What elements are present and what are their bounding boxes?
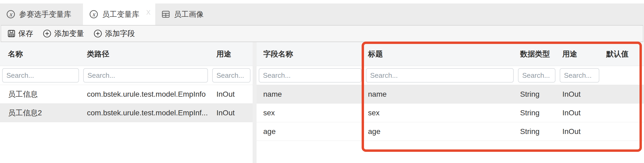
cell-data-type: String [516,90,558,99]
column-header-act-type: 用途 [210,49,253,59]
field-name-search-input[interactable] [259,68,362,83]
table-row-variable-empinfo[interactable]: 员工信息 com.bstek.urule.test.model.EmpInfo … [0,85,253,104]
table-row-field-sex[interactable]: sex sex String InOut [257,104,644,122]
add-variable-button[interactable]: 添加变量 [43,28,84,39]
save-button[interactable]: 保存 [7,28,33,39]
table-row-field-name[interactable]: name name String InOut [257,85,644,104]
cell-field-name: age [257,127,364,136]
column-header-data-type: 数据类型 [516,49,558,59]
add-field-label: 添加字段 [105,28,135,39]
cell-data-type: String [516,127,558,136]
field-table-panel: 字段名称 标题 数据类型 用途 默认值 name name String InO… [257,42,644,163]
column-header-field-name: 字段名称 [257,49,364,59]
tab-label: 员工画像 [174,9,204,19]
table-row-variable-empinfo2[interactable]: 员工信息2 com.bstek.urule.test.model.EmpInf.… [0,104,253,122]
column-header-title: 标题 [364,49,516,59]
field-table-header: 字段名称 标题 数据类型 用途 默认值 [257,42,644,66]
cell-title: name [364,90,516,99]
cell-act-type: InOut [558,90,601,99]
cell-class-path: com.bstek.urule.test.model.EmpInfo [81,90,210,99]
name-search-input[interactable] [2,68,79,83]
class-path-search-input[interactable] [83,68,208,83]
tab-bar: x 参赛选手变量库 x 员工变量库 X [0,3,644,25]
cell-data-type: String [516,109,558,117]
svg-text:x: x [92,11,96,18]
cell-act-type: InOut [558,127,601,136]
variable-table-panel: 名称 类路径 用途 员工信息 com.bstek.urule.test.mode… [0,42,253,163]
tab-close-icon[interactable]: X [146,9,150,16]
toolbar: 保存 添加变量 添加字段 [1,25,643,42]
tab-employee-variable-library[interactable]: x 员工变量库 X [83,3,155,25]
table-grid-icon [162,10,170,18]
cell-field-name: name [257,90,364,99]
cell-title: age [364,127,516,136]
variable-table-header: 名称 类路径 用途 [0,42,253,66]
cell-name: 员工信息2 [0,108,81,118]
plus-circle-icon [94,29,102,38]
add-variable-label: 添加变量 [54,28,84,39]
tab-label: 参赛选手变量库 [19,9,71,19]
save-icon [7,30,15,38]
cell-act-type: InOut [210,90,253,99]
svg-text:x: x [9,11,13,18]
cell-class-path: com.bstek.urule.test.model.EmpInf... [81,109,210,117]
cell-act-type: InOut [210,109,253,117]
field-table-filter-row [257,66,644,85]
cell-field-name: sex [257,109,364,117]
save-label: 保存 [18,28,33,39]
cell-name: 员工信息 [0,89,81,99]
column-header-default-value: 默认值 [601,49,644,59]
cell-act-type: InOut [558,109,601,117]
variable-table-filter-row [0,66,253,85]
tab-employee-profile[interactable]: 员工画像 [155,3,215,25]
cell-title: sex [364,109,516,117]
column-header-class-path: 类路径 [81,49,210,59]
data-type-search-input[interactable] [518,68,555,83]
variable-circle-x-icon: x [6,10,15,19]
tab-label: 员工变量库 [102,9,139,19]
tab-contestant-variable-library[interactable]: x 参赛选手变量库 [0,3,83,25]
table-row-field-age[interactable]: age age String InOut [257,122,644,141]
variable-circle-x-icon: x [89,10,98,19]
field-act-type-search-input[interactable] [560,68,599,83]
plus-circle-icon [43,29,51,38]
title-search-input[interactable] [366,68,514,83]
column-header-name: 名称 [0,49,81,59]
add-field-button[interactable]: 添加字段 [94,28,135,39]
column-header-act-type: 用途 [558,49,601,59]
act-type-search-input[interactable] [212,68,250,83]
urule-variable-library-page: x 参赛选手变量库 x 员工变量库 X [0,0,644,163]
